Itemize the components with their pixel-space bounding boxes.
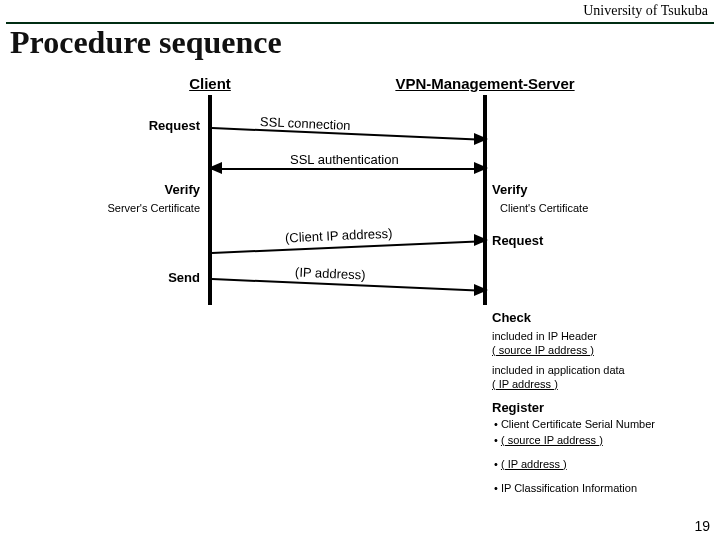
- check-note1-line1: included in IP Header: [492, 330, 597, 342]
- right-event-register: Register: [492, 400, 544, 415]
- right-event-verify: Verify: [492, 182, 527, 197]
- register-bullet-3: • ( IP address ): [494, 458, 567, 472]
- arrowhead-ssl-auth-left: [208, 162, 222, 174]
- lifeline-client: [208, 95, 212, 305]
- register-bullet-3-prefix: •: [494, 458, 501, 470]
- check-note1-line2: ( source IP address ): [492, 344, 594, 356]
- right-client-cert: Client's Certificate: [500, 202, 588, 214]
- slide-number: 19: [694, 518, 710, 534]
- msg-ip-addr: (IP address): [295, 264, 366, 282]
- check-note-2: included in application data ( IP addres…: [492, 364, 625, 392]
- check-note2-line2: ( IP address ): [492, 378, 558, 390]
- institution-name: University of Tsukuba: [583, 3, 708, 18]
- register-bullet-3-text: ( IP address ): [501, 458, 567, 470]
- arrowhead-ip-addr: [474, 284, 488, 296]
- register-bullet-2: • ( source IP address ): [494, 434, 603, 448]
- register-bullet-1: • Client Certificate Serial Number: [494, 418, 655, 432]
- check-note2-line1: included in application data: [492, 364, 625, 376]
- check-note-1: included in IP Header ( source IP addres…: [492, 330, 597, 358]
- left-event-send: Send: [40, 270, 200, 285]
- slide-title: Procedure sequence: [10, 24, 282, 61]
- institution-header: University of Tsukuba: [0, 0, 720, 24]
- register-bullet-2-prefix: •: [494, 434, 501, 446]
- arrow-ssl-auth: [212, 168, 483, 170]
- register-bullet-2-text: ( source IP address ): [501, 434, 603, 446]
- column-header-client: Client: [160, 75, 260, 92]
- arrowhead-ssl-connection: [474, 133, 488, 145]
- right-event-check: Check: [492, 310, 531, 325]
- msg-client-ip: (Client IP address): [285, 226, 393, 246]
- column-header-server: VPN-Management-Server: [380, 75, 590, 92]
- left-event-request: Request: [40, 118, 200, 133]
- arrowhead-ssl-auth-right: [474, 162, 488, 174]
- left-event-verify: Verify: [40, 182, 200, 197]
- msg-ssl-auth: SSL authentication: [290, 152, 399, 167]
- register-bullet-4: • IP Classification Information: [494, 482, 637, 496]
- arrowhead-client-ip: [474, 234, 488, 246]
- left-server-cert: Server's Certificate: [70, 202, 200, 214]
- lifeline-server: [483, 95, 487, 305]
- right-event-request: Request: [492, 233, 543, 248]
